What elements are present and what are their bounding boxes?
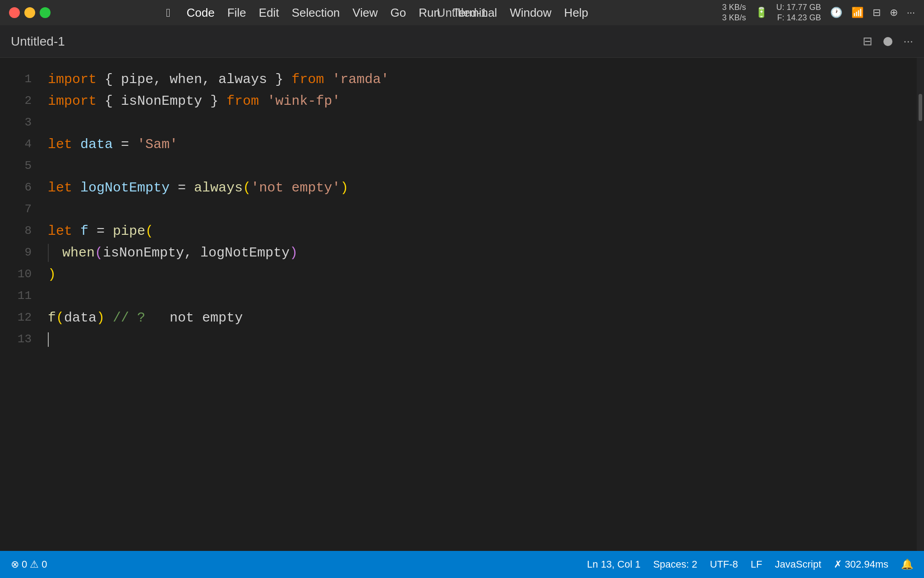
line-num-2: 2 xyxy=(0,90,41,112)
spaces-setting[interactable]: Spaces: 2 xyxy=(653,559,698,570)
menu-code[interactable]: Code xyxy=(181,4,220,22)
keyword-import-1: import xyxy=(48,69,97,90)
window-title: Untitled-1 xyxy=(437,6,487,20)
menu-help[interactable]: Help xyxy=(559,4,593,22)
menu-window[interactable]: Window xyxy=(504,4,557,22)
apple-menu[interactable]:  xyxy=(161,4,176,22)
line-num-12: 12 xyxy=(0,307,41,329)
menu-go[interactable]: Go xyxy=(385,4,411,22)
code-line-4: let data = 'Sam' xyxy=(48,134,917,155)
editor-area: 1 2 3 4 5 6 7 8 9 10 11 12 13 import { xyxy=(0,58,924,551)
header-actions: ⊟ ··· xyxy=(863,34,913,48)
menu-extra-icon: ⊟ xyxy=(873,7,881,19)
editor-header: Untitled-1 ⊟ ··· xyxy=(0,25,924,58)
code-editor[interactable]: import { pipe, when, always } from 'ramd… xyxy=(41,58,917,551)
line-num-7: 7 xyxy=(0,199,41,220)
line-num-1: 1 xyxy=(0,69,41,90)
code-line-10: ) xyxy=(48,264,917,285)
code-line-1: import { pipe, when, always } from 'ramd… xyxy=(48,69,917,90)
line-num-13: 13 xyxy=(0,329,41,350)
menu-edit[interactable]: Edit xyxy=(254,4,285,22)
code-line-2: import { isNonEmpty } from 'wink-fp' xyxy=(48,90,917,112)
cursor-position[interactable]: Ln 13, Col 1 xyxy=(587,559,641,570)
code-line-12: f ( data ) // ? not empty xyxy=(48,307,917,329)
system-status: 3 KB/s 3 KB/s 🔋 U: 17.77 GB F: 14.23 GB … xyxy=(722,2,924,23)
line-num-10: 10 xyxy=(0,264,41,285)
code-line-9: when ( isNonEmpty, logNotEmpty ) xyxy=(48,242,917,264)
language-mode[interactable]: JavaScript xyxy=(775,559,822,570)
battery-icon: 🔋 xyxy=(755,7,767,19)
control-center-icon: ⊕ xyxy=(890,7,898,19)
scrollbar-thumb[interactable] xyxy=(919,94,922,121)
maximize-button[interactable] xyxy=(40,7,51,18)
line-num-6: 6 xyxy=(0,177,41,199)
more-actions-button[interactable]: ··· xyxy=(903,34,913,48)
code-line-6: let logNotEmpty = always ( 'not empty' ) xyxy=(48,177,917,199)
code-line-3 xyxy=(48,112,917,134)
notification-bell-icon[interactable]: 🔔 xyxy=(901,559,913,570)
close-button[interactable] xyxy=(9,7,20,18)
error-icon: ⊗ xyxy=(11,559,19,570)
line-numbers: 1 2 3 4 5 6 7 8 9 10 11 12 13 xyxy=(0,58,41,551)
clock-icon: 🕐 xyxy=(830,7,842,19)
indent-guide-9 xyxy=(48,244,49,262)
code-line-7 xyxy=(48,199,917,220)
menu-view[interactable]: View xyxy=(347,4,383,22)
wifi-icon: 📶 xyxy=(851,7,864,19)
keyword-import-2: import xyxy=(48,90,97,112)
warning-icon: ⚠ xyxy=(30,559,39,570)
line-num-3: 3 xyxy=(0,112,41,134)
code-line-8: let f = pipe ( xyxy=(48,220,917,242)
line-num-9: 9 xyxy=(0,242,41,264)
text-cursor xyxy=(48,332,49,347)
title-bar:  Code File Edit Selection View Go Run T… xyxy=(0,0,924,25)
encoding[interactable]: UTF-8 xyxy=(710,559,738,570)
minimize-button[interactable] xyxy=(24,7,35,18)
disk-status: U: 17.77 GB F: 14.23 GB xyxy=(776,2,821,23)
code-line-11 xyxy=(48,285,917,307)
line-ending[interactable]: LF xyxy=(751,559,762,570)
window-controls xyxy=(0,7,153,18)
line-num-4: 4 xyxy=(0,134,41,155)
code-line-5 xyxy=(48,155,917,177)
error-count[interactable]: ⊗ 0 ⚠ 0 xyxy=(11,559,47,570)
line-num-11: 11 xyxy=(0,285,41,307)
status-left: ⊗ 0 ⚠ 0 xyxy=(11,559,47,570)
scrollbar[interactable] xyxy=(917,58,924,551)
line-num-8: 8 xyxy=(0,220,41,242)
split-editor-button[interactable]: ⊟ xyxy=(863,34,873,48)
editor-tab[interactable]: Untitled-1 xyxy=(11,34,65,49)
code-line-13 xyxy=(48,329,917,350)
network-status: 3 KB/s 3 KB/s xyxy=(722,2,746,23)
line-num-5: 5 xyxy=(0,155,41,177)
status-bar: ⊗ 0 ⚠ 0 Ln 13, Col 1 Spaces: 2 UTF-8 LF … xyxy=(0,551,924,578)
status-right: Ln 13, Col 1 Spaces: 2 UTF-8 LF JavaScri… xyxy=(587,559,913,570)
menu-file[interactable]: File xyxy=(222,4,252,22)
timing-info: ✗ 302.94ms xyxy=(834,559,888,570)
more-icon: ··· xyxy=(907,7,915,19)
dot-indicator xyxy=(883,37,892,46)
menu-selection[interactable]: Selection xyxy=(286,4,345,22)
